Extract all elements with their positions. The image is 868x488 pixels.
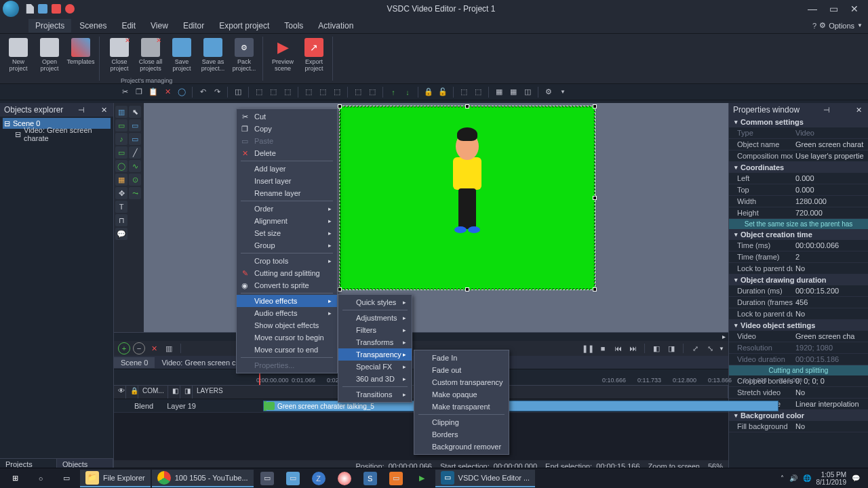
sm2-borders[interactable]: Borders — [414, 428, 509, 441]
taskbar-app5[interactable]: S — [358, 470, 382, 487]
stop-icon[interactable]: ■ — [597, 342, 609, 354]
animation-icon[interactable]: ⤳ — [129, 187, 141, 199]
align-middle-icon[interactable]: ⬚ — [317, 86, 329, 98]
panel-close-icon[interactable]: ✕ — [99, 106, 109, 115]
timeline-scene-tab[interactable]: Scene 0 — [114, 357, 155, 368]
cm-set-size[interactable]: Set size▸ — [237, 227, 337, 239]
tray-notifications-icon[interactable]: 💬 — [852, 474, 860, 482]
curve-icon[interactable]: ∿ — [129, 160, 141, 172]
tooltip-icon[interactable]: ⊓ — [115, 214, 127, 226]
timeline-collapse-icon[interactable]: ▸ — [722, 333, 726, 341]
save-project-button[interactable]: Saveproject — [167, 37, 196, 81]
save-as-button[interactable]: Save asproject... — [199, 37, 227, 81]
qat-new-icon[interactable] — [24, 4, 34, 14]
section-creation-time[interactable]: Object creation time — [729, 229, 868, 240]
objects-tree[interactable]: ⊟Scene 0 ⊟Video: Green screen charate — [0, 117, 113, 458]
sm2-bg-remover[interactable]: Background remover — [414, 441, 509, 453]
marker-out-icon[interactable]: ◨ — [665, 342, 677, 354]
distribute-h-icon[interactable]: ⬚ — [352, 86, 364, 98]
minimize-button[interactable]: — — [808, 3, 817, 14]
taskbar-vsdc[interactable]: ▭VSDC Video Editor ... — [435, 470, 536, 487]
options-dropdown-icon[interactable]: ▼ — [857, 22, 863, 28]
cm-insert-layer[interactable]: Insert layer — [237, 175, 337, 187]
menu-activation[interactable]: Activation — [311, 19, 360, 33]
align-center-icon[interactable]: ⬚ — [267, 86, 279, 98]
tray-lang-icon[interactable]: 🌐 — [803, 474, 811, 482]
open-project-button[interactable]: Openproject — [35, 37, 64, 81]
section-drawing-duration[interactable]: Object drawing duration — [729, 274, 868, 285]
start-button[interactable]: ⊞ — [3, 470, 27, 487]
selected-video-object[interactable] — [339, 106, 595, 290]
pack-project-button[interactable]: ⚙Packproject... — [230, 37, 258, 81]
cm-copy[interactable]: ❐Copy — [237, 123, 337, 135]
next-icon[interactable]: ⏭ — [627, 342, 639, 354]
arrow-up-icon[interactable]: ↑ — [387, 86, 399, 98]
close-all-button[interactable]: ✕Close allprojects — [136, 37, 165, 81]
cm-crop-tools[interactable]: Crop tools▸ — [237, 255, 337, 267]
prev-icon[interactable]: ⏮ — [612, 342, 624, 354]
cutting-splitting-link[interactable]: Cutting and splitting — [729, 365, 868, 375]
counter-icon[interactable]: ⊙ — [129, 174, 141, 186]
cm-rename-layer[interactable]: Rename layer — [237, 187, 337, 199]
prop-close-icon[interactable]: ✕ — [854, 106, 864, 115]
guides-icon[interactable]: ▦ — [507, 86, 519, 98]
sm-transforms[interactable]: Transforms▸ — [338, 336, 412, 348]
add-track-icon[interactable]: + — [118, 342, 130, 354]
search-button[interactable]: ○ — [28, 470, 53, 487]
qat-save-icon[interactable] — [38, 4, 47, 14]
taskbar-app6[interactable]: ▭ — [384, 470, 408, 487]
copy-icon[interactable]: ❐ — [133, 86, 145, 98]
section-video-settings[interactable]: Video object settings — [729, 320, 868, 331]
cm-convert-sprite[interactable]: ◉Convert to sprite — [237, 279, 337, 291]
taskbar-app7[interactable]: ▶ — [410, 470, 434, 487]
snap-icon[interactable]: ◫ — [521, 86, 534, 98]
unlock-icon[interactable]: 🔓 — [437, 86, 449, 98]
rect-icon[interactable]: ▭ — [115, 146, 127, 159]
zoom-in-icon[interactable]: ⤡ — [704, 342, 716, 354]
sm-filters[interactable]: Filters▸ — [338, 324, 412, 336]
section-coords[interactable]: Coordinates — [729, 162, 868, 173]
pin-icon[interactable]: ⊣ — [76, 106, 87, 115]
export-project-button[interactable]: ↗Exportproject — [300, 37, 328, 81]
cut-icon[interactable]: ✂ — [119, 86, 131, 98]
pause-icon[interactable]: ❚❚ — [582, 342, 594, 354]
taskbar-file-explorer[interactable]: 📁File Explorer — [80, 470, 151, 487]
image-icon[interactable]: ▭ — [115, 119, 127, 131]
task-view-button[interactable]: ▭ — [54, 470, 79, 487]
cm-video-effects[interactable]: Video effects▸ — [237, 295, 337, 307]
sm2-make-transparent[interactable]: Make transparent — [414, 401, 509, 413]
options-label[interactable]: Options — [829, 22, 854, 30]
cm-alignment[interactable]: Alignment▸ — [237, 215, 337, 227]
same-size-link[interactable]: Set the same size as the parent has — [729, 219, 868, 229]
sm-transparency[interactable]: Transparency▸ — [338, 348, 412, 361]
sm-quick-styles[interactable]: Quick styles▸ — [338, 296, 412, 308]
sm-360-3d[interactable]: 360 and 3D▸ — [338, 373, 412, 385]
cm-cutting[interactable]: ✎Cutting and splitting — [237, 267, 337, 279]
delete-track-icon[interactable]: ✕ — [148, 342, 160, 354]
prop-pin-icon[interactable]: ⊣ — [821, 106, 832, 115]
chart-icon[interactable]: ▥ — [115, 106, 127, 118]
preview-scene-button[interactable]: ▶Previewscene — [269, 37, 297, 81]
taskbar-app3[interactable]: Z — [307, 470, 331, 487]
cm-audio-effects[interactable]: Audio effects▸ — [237, 307, 337, 319]
close-button[interactable]: ✕ — [850, 3, 859, 14]
undo-icon[interactable]: ↶ — [197, 86, 209, 98]
distribute-v-icon[interactable]: ⬚ — [366, 86, 378, 98]
tray-date[interactable]: 8/11/2019 — [816, 479, 847, 486]
cm-group[interactable]: Group▸ — [237, 239, 337, 251]
layers-icon[interactable]: ▥ — [163, 342, 175, 354]
audio-icon[interactable]: ♪ — [115, 133, 127, 145]
pointer-icon[interactable]: ⬉ — [129, 106, 141, 118]
grid-icon[interactable]: ▦ — [493, 86, 505, 98]
tray-network-icon[interactable]: 🔊 — [789, 474, 797, 482]
arrow-down-icon[interactable]: ↓ — [401, 86, 414, 98]
text-icon[interactable]: T — [115, 201, 127, 213]
sm-adjustments[interactable]: Adjustments▸ — [338, 312, 412, 324]
marker-in-icon[interactable]: ◧ — [650, 342, 663, 354]
cm-cut[interactable]: ✂Cut — [237, 110, 337, 123]
menu-scenes[interactable]: Scenes — [73, 19, 113, 33]
new-project-button[interactable]: Newproject — [4, 37, 33, 81]
lock-icon[interactable]: 🔒 — [422, 86, 435, 98]
sm2-fade-in[interactable]: Fade In — [414, 352, 509, 364]
cm-order[interactable]: Order▸ — [237, 203, 337, 215]
